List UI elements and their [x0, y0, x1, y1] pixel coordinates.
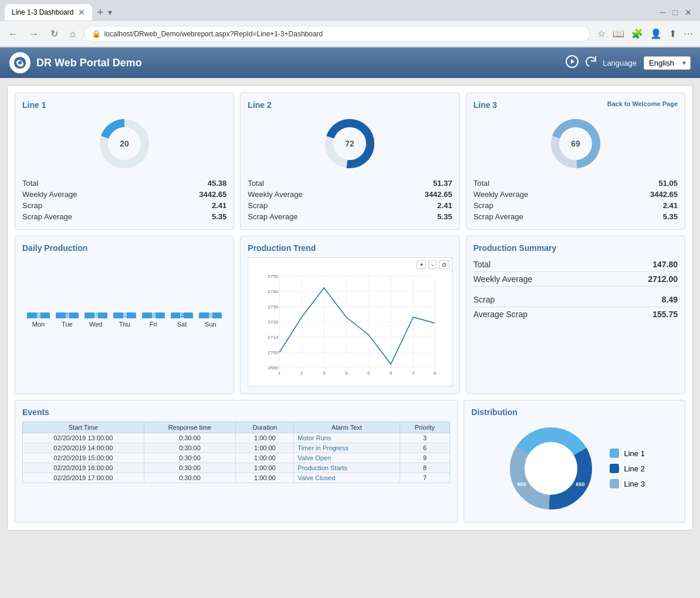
legend-item: Line 3	[610, 479, 644, 488]
more-options-button[interactable]: ⋯	[681, 26, 695, 42]
mid-row: Daily Production 390Mon401Tue385Wed398Th…	[15, 236, 685, 394]
summary-weekly-row: Weekly Average 2712.00	[474, 272, 678, 287]
refresh-button[interactable]	[584, 55, 598, 72]
bar-chart: 390Mon401Tue385Wed398Thu405Fri370Sat366S…	[25, 257, 224, 328]
table-cell-priority: 8	[400, 463, 450, 473]
tab-menu-button[interactable]: ▾	[108, 8, 112, 17]
bar-value: 385	[93, 311, 99, 320]
bar-group: 390Mon	[27, 312, 50, 328]
summary-weekly-label: Weekly Average	[474, 274, 533, 284]
header-controls: Language English German French Spanish	[565, 55, 691, 72]
bar: 398	[113, 312, 136, 318]
svg-text:6: 6	[390, 371, 393, 376]
svg-text:1: 1	[278, 371, 281, 376]
line1-card: Line 1 20 Total 45.38 Weekly Average 344…	[15, 93, 234, 230]
close-window-button[interactable]: ✕	[681, 5, 695, 19]
col-duration: Duration	[236, 422, 294, 433]
table-cell-priority: 7	[400, 473, 450, 483]
zoom-in-button[interactable]: +	[417, 260, 426, 269]
line2-scrap-value: 2.41	[437, 201, 452, 210]
home-button[interactable]: ⌂	[66, 26, 79, 42]
reading-list-button[interactable]: 📖	[610, 26, 627, 42]
zoom-out-button[interactable]: -	[428, 260, 436, 269]
svg-text:20: 20	[120, 139, 129, 148]
svg-text:650: 650	[576, 481, 585, 487]
profile-button[interactable]: 👤	[648, 26, 664, 42]
line2-weekly-value: 3442.65	[425, 190, 452, 199]
production-summary-card: Production Summary Total 147.80 Weekly A…	[466, 236, 685, 394]
line1-weekly-row: Weekly Average 3442.65	[22, 189, 226, 200]
table-cell-response: 0:30:00	[144, 433, 236, 443]
line2-title: Line 2	[248, 100, 452, 110]
language-wrapper[interactable]: English German French Spanish	[644, 56, 691, 70]
table-cell-duration: 1:00:00	[236, 433, 294, 443]
minimize-button[interactable]: ─	[657, 5, 669, 19]
address-bar[interactable]: 🔒 localhost/DRweb_Demo/webreport.aspx?Re…	[84, 26, 590, 42]
zoom-reset-button[interactable]: ⊙	[439, 260, 449, 269]
bookmark-star-button[interactable]: ☆	[595, 26, 608, 42]
svg-marker-2	[571, 59, 574, 64]
bar: 401	[56, 312, 79, 318]
svg-text:2720: 2720	[268, 320, 279, 325]
line2-scrap-avg-label: Scrap Average	[248, 212, 297, 221]
line2-scrap-avg-value: 5.35	[437, 212, 452, 221]
summary-total-value: 147.80	[652, 260, 678, 269]
bar-label: Mon	[32, 321, 45, 328]
summary-scrap-row: Scrap 8.49	[474, 293, 678, 307]
table-cell-start: 02/20/2019 17:00:00	[23, 473, 144, 483]
logo-icon	[12, 55, 28, 71]
tab-close-btn[interactable]: ✕	[78, 8, 85, 17]
distribution-title: Distribution	[471, 407, 678, 417]
table-cell-alarm: Valve Closed	[294, 473, 400, 483]
line1-weekly-label: Weekly Average	[22, 190, 77, 199]
line1-scrap-avg-label: Scrap Average	[22, 212, 72, 221]
events-table: Start Time Response time Duration Alarm …	[22, 422, 450, 483]
bar-label: Wed	[89, 321, 102, 328]
table-cell-start: 02/20/2019 13:00:00	[23, 433, 144, 443]
share-button[interactable]: ⬆	[667, 26, 679, 42]
line2-total-label: Total	[248, 179, 263, 188]
language-select[interactable]: English German French Spanish	[644, 56, 691, 70]
table-row: 02/20/2019 16:00:000:30:001:00:00Product…	[23, 463, 450, 473]
production-trend-card: Production Trend + - ⊙	[240, 236, 459, 394]
line3-weekly-row: Weekly Average 3442.65	[474, 189, 678, 200]
forward-button[interactable]: →	[26, 26, 42, 42]
events-title: Events	[22, 407, 450, 417]
summary-stats: Total 147.80 Weekly Average 2712.00 Scra…	[474, 257, 678, 321]
line1-total-value: 45.38	[208, 179, 227, 188]
extensions-button[interactable]: 🧩	[629, 26, 645, 42]
svg-point-0	[18, 61, 22, 64]
line1-total-label: Total	[22, 179, 38, 188]
legend-color-dot	[610, 479, 619, 488]
col-response: Response time	[144, 422, 236, 433]
svg-text:2710: 2710	[268, 335, 279, 340]
summary-weekly-value: 2712.00	[648, 274, 678, 284]
play-button[interactable]	[565, 55, 579, 72]
line1-scrap-avg-value: 5.35	[212, 212, 226, 221]
new-tab-button[interactable]: +	[92, 6, 108, 19]
line3-scrap-value: 2.41	[663, 201, 678, 210]
bar-label: Sun	[205, 321, 217, 328]
app-title: DR Web Portal Demo	[36, 57, 565, 69]
maximize-button[interactable]: □	[669, 5, 681, 19]
col-priority: Priority	[400, 422, 450, 433]
back-button[interactable]: ←	[5, 26, 21, 42]
table-cell-priority: 9	[400, 453, 450, 463]
summary-total-label: Total	[474, 260, 491, 269]
line3-scrap-row: Scrap 2.41	[474, 200, 678, 211]
svg-text:7: 7	[412, 371, 415, 376]
legend-color-dot	[610, 448, 619, 458]
line2-total-row: Total 51.37	[248, 178, 452, 189]
svg-text:2690: 2690	[268, 365, 279, 371]
line2-scrap-row: Scrap 2.41	[248, 200, 452, 211]
production-summary-title: Production Summary	[474, 243, 678, 253]
bar-group: 370Sat	[171, 312, 194, 328]
reload-button[interactable]: ↻	[47, 26, 62, 42]
table-cell-start: 02/20/2019 16:00:00	[23, 463, 144, 473]
back-link[interactable]: Back to Welcome Page	[607, 100, 678, 107]
line3-scrap-avg-label: Scrap Average	[474, 212, 523, 221]
table-cell-alarm: Production Starts	[294, 463, 400, 473]
url-text: localhost/DRweb_Demo/webreport.aspx?RepI…	[104, 30, 323, 38]
bar-group: 401Tue	[56, 312, 79, 328]
svg-text:2730: 2730	[268, 304, 279, 310]
